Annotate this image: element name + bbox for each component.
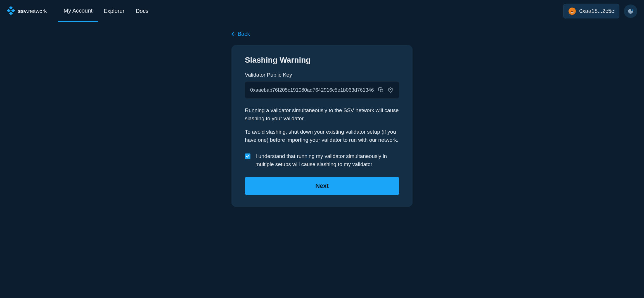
svg-marker-9 [572, 11, 573, 12]
wallet-address: 0xaa18...2c5c [579, 8, 614, 14]
card-title: Slashing Warning [245, 56, 399, 65]
header-left: ssv.network My Account Explorer Docs [7, 0, 154, 22]
content-wrapper: Back Slashing Warning Validator Public K… [231, 31, 413, 207]
nav: My Account Explorer Docs [58, 0, 154, 22]
public-key-value: 0xaaebab76f205c191080ad7642916c5e1b063d7… [250, 87, 374, 93]
consent-label: I understand that running my validator s… [255, 152, 399, 168]
slashing-warning-card: Slashing Warning Validator Public Key 0x… [231, 45, 413, 207]
svg-marker-4 [572, 9, 574, 10]
copy-icon [378, 87, 384, 93]
next-button[interactable]: Next [245, 177, 399, 195]
wallet-button[interactable]: 0xaa18...2c5c [563, 4, 619, 18]
back-link[interactable]: Back [231, 31, 413, 37]
consent-checkbox[interactable] [245, 153, 250, 159]
public-key-box: 0xaaebab76f205c191080ad7642916c5e1b063d7… [245, 81, 399, 99]
theme-toggle[interactable] [624, 4, 637, 18]
header: ssv.network My Account Explorer Docs 0xa… [0, 0, 644, 22]
nav-explorer[interactable]: Explorer [98, 0, 130, 22]
header-right: 0xaa18...2c5c [563, 4, 637, 18]
external-link-button[interactable] [387, 87, 394, 93]
logo[interactable]: ssv.network [7, 6, 47, 17]
nav-docs[interactable]: Docs [130, 0, 154, 22]
svg-point-12 [390, 89, 391, 90]
key-actions [378, 87, 394, 93]
svg-rect-11 [380, 89, 383, 92]
svg-marker-3 [9, 12, 13, 15]
beacon-icon [387, 87, 394, 93]
metamask-icon [569, 8, 576, 15]
logo-text: ssv.network [18, 8, 47, 14]
svg-marker-6 [570, 12, 572, 13]
check-icon [246, 154, 250, 158]
svg-marker-5 [570, 9, 572, 10]
svg-marker-2 [11, 9, 15, 12]
moon-icon [627, 8, 634, 15]
copy-button[interactable] [378, 87, 384, 93]
svg-marker-8 [571, 11, 572, 12]
svg-marker-1 [7, 9, 11, 12]
svg-marker-0 [9, 6, 13, 10]
svg-marker-7 [572, 12, 574, 13]
consent-row: I understand that running my validator s… [245, 152, 399, 168]
public-key-label: Validator Public Key [245, 72, 399, 78]
warning-paragraph-2: To avoid slashing, shut down your existi… [245, 128, 399, 144]
main: Back Slashing Warning Validator Public K… [0, 22, 644, 215]
back-link-label: Back [238, 31, 250, 37]
logo-icon [7, 6, 15, 17]
nav-my-account[interactable]: My Account [58, 0, 98, 22]
warning-paragraph-1: Running a validator simultaneously to th… [245, 107, 399, 122]
svg-point-10 [632, 10, 633, 11]
arrow-left-icon [231, 32, 236, 36]
